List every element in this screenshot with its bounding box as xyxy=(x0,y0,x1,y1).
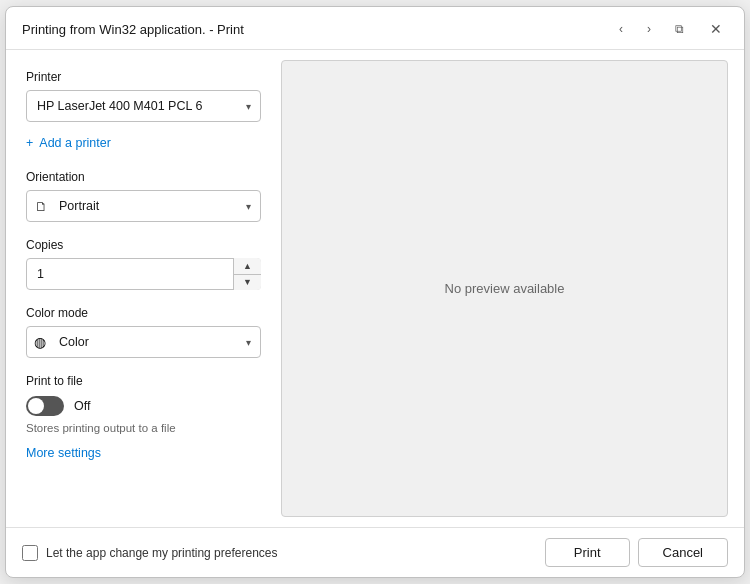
copies-controls: ▲ ▼ xyxy=(233,258,261,290)
title-bar: Printing from Win32 application. - Print… xyxy=(6,7,744,50)
monitor-icon: ⧉ xyxy=(675,22,684,36)
chevron-left-icon: ‹ xyxy=(619,22,623,36)
copies-wrapper: ▲ ▼ xyxy=(26,258,261,290)
toggle-thumb xyxy=(28,398,44,414)
print-to-file-toggle[interactable] xyxy=(26,396,64,416)
orientation-select-wrapper: 🗋 PortraitLandscape ▾ xyxy=(26,190,261,222)
color-select-wrapper: ◍ ColorBlack and White ▾ xyxy=(26,326,261,358)
next-button[interactable]: › xyxy=(643,20,655,38)
more-settings-label: More settings xyxy=(26,446,101,460)
color-mode-label: Color mode xyxy=(26,306,261,320)
prev-button[interactable]: ‹ xyxy=(615,20,627,38)
down-arrow-icon: ▼ xyxy=(243,277,252,287)
dialog-title: Printing from Win32 application. - Print xyxy=(22,22,244,37)
no-preview-text: No preview available xyxy=(445,281,565,296)
left-panel: Printer HP LaserJet 400 M401 PCL 6 ▾ + A… xyxy=(6,50,281,527)
footer-buttons: Print Cancel xyxy=(545,538,728,567)
main-content: Printer HP LaserJet 400 M401 PCL 6 ▾ + A… xyxy=(6,50,744,527)
monitor-button[interactable]: ⧉ xyxy=(671,20,688,38)
more-settings-button[interactable]: More settings xyxy=(26,446,261,460)
add-printer-button[interactable]: + Add a printer xyxy=(26,134,261,152)
title-bar-center: ‹ › ⧉ ✕ xyxy=(615,17,728,41)
toggle-description: Stores printing output to a file xyxy=(26,422,261,434)
close-button[interactable]: ✕ xyxy=(704,17,728,41)
checkbox-area: Let the app change my printing preferenc… xyxy=(22,545,535,561)
print-button[interactable]: Print xyxy=(545,538,630,567)
footer: Let the app change my printing preferenc… xyxy=(6,527,744,577)
print-dialog: Printing from Win32 application. - Print… xyxy=(5,6,745,578)
copies-up-button[interactable]: ▲ xyxy=(234,258,261,275)
orientation-select[interactable]: PortraitLandscape xyxy=(26,190,261,222)
checkbox-label: Let the app change my printing preferenc… xyxy=(46,546,277,560)
toggle-off-label: Off xyxy=(74,399,90,413)
app-preferences-checkbox[interactable] xyxy=(22,545,38,561)
close-icon: ✕ xyxy=(710,21,722,37)
toggle-row: Off xyxy=(26,396,261,416)
title-bar-left: Printing from Win32 application. - Print xyxy=(22,22,244,37)
printer-select-wrapper: HP LaserJet 400 M401 PCL 6 ▾ xyxy=(26,90,261,122)
copies-input[interactable] xyxy=(26,258,261,290)
printer-label: Printer xyxy=(26,70,261,84)
color-select[interactable]: ColorBlack and White xyxy=(26,326,261,358)
printer-select[interactable]: HP LaserJet 400 M401 PCL 6 xyxy=(26,90,261,122)
copies-label: Copies xyxy=(26,238,261,252)
add-printer-label: Add a printer xyxy=(39,136,111,150)
plus-icon: + xyxy=(26,136,33,150)
copies-down-button[interactable]: ▼ xyxy=(234,275,261,291)
cancel-button[interactable]: Cancel xyxy=(638,538,728,567)
preview-panel: No preview available xyxy=(281,60,728,517)
orientation-label: Orientation xyxy=(26,170,261,184)
chevron-right-icon: › xyxy=(647,22,651,36)
up-arrow-icon: ▲ xyxy=(243,261,252,271)
print-to-file-label: Print to file xyxy=(26,374,261,388)
